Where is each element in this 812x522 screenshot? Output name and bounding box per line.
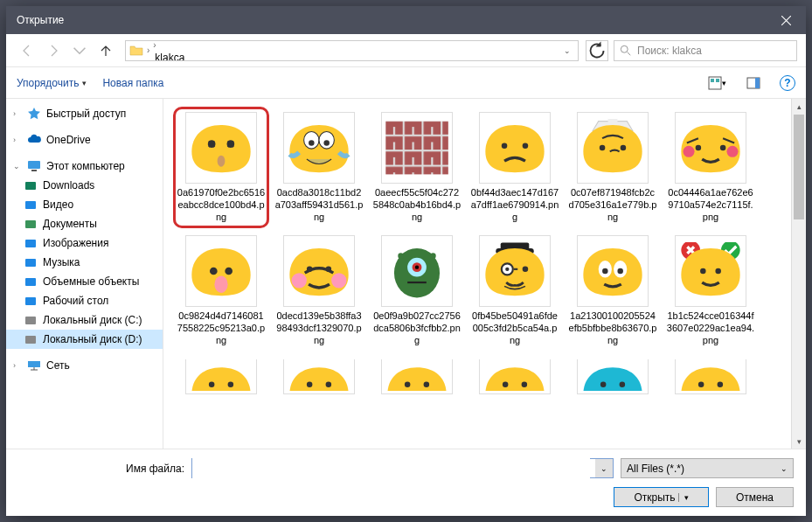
file-name: 0e0f9a9b027cc2756dca5806b3fcfbb2.png [372, 310, 462, 346]
filename-input[interactable] [192, 458, 590, 478]
up-button[interactable] [94, 39, 118, 62]
scroll-thumb[interactable] [794, 115, 804, 219]
sidebar-this-pc[interactable]: ⌄Этот компьютер [6, 157, 163, 176]
file-thumbnail [577, 112, 649, 184]
file-thumbnail [381, 359, 453, 394]
file-thumbnail [675, 235, 746, 307]
help-button[interactable]: ? [780, 75, 795, 91]
file-name: 0c04446a1ae762e69710a574e2c7115f.png [666, 187, 755, 223]
file-item[interactable]: 0decd139e5b38ffa398493dcf1329070.png [272, 231, 366, 351]
file-thumbnail [675, 359, 746, 394]
svg-point-38 [720, 145, 726, 151]
bottom-bar: Имя файла: ⌄ All Files (*.*)⌄ Открыть ▾ … [6, 449, 806, 516]
sidebar-quick-access[interactable]: ›Быстрый доступ [6, 104, 163, 123]
svg-point-0 [621, 45, 628, 52]
file-item[interactable]: 0aeecf55c5f04c2725848c0ab4b16bd4.png [370, 108, 464, 227]
svg-point-37 [696, 145, 702, 151]
svg-rect-9 [25, 201, 36, 209]
forward-button[interactable] [41, 39, 66, 62]
cancel-button[interactable]: Отмена [716, 487, 794, 507]
file-item[interactable]: 0a61970f0e2bc6516eabcc8dce100bd4.png [174, 108, 268, 227]
file-item[interactable] [566, 355, 660, 402]
sidebar-item[interactable]: Рабочий стол [6, 291, 163, 310]
file-item[interactable]: 0c9824d4d71460817558225c95213a0.png [174, 231, 268, 351]
sidebar-item[interactable]: Downloads [6, 176, 163, 195]
view-options-button[interactable]: ▾ [706, 73, 727, 94]
breadcrumb-item[interactable]: klakca [153, 51, 256, 61]
sidebar-item[interactable]: Документы [6, 214, 163, 233]
open-file-dialog: Открытие › Локальный диск (D:)›Downloads… [6, 6, 806, 516]
cloud-icon [27, 133, 41, 147]
sidebar-item[interactable]: Изображения [6, 233, 163, 253]
organize-menu[interactable]: Упорядочить▾ [17, 77, 87, 89]
svg-point-42 [225, 268, 232, 275]
open-button[interactable]: Открыть ▾ [614, 487, 708, 507]
address-dropdown[interactable]: ⌄ [560, 46, 574, 55]
file-type-filter[interactable]: All Files (*.*)⌄ [621, 458, 794, 478]
folder-icon [24, 218, 37, 230]
file-name: 0decd139e5b38ffa398493dcf1329070.png [274, 310, 364, 346]
scroll-down-button[interactable]: ▾ [792, 434, 806, 449]
file-item[interactable]: 0fb45be50491a6fde005c3fd2b5ca54a.png [468, 231, 562, 351]
file-item[interactable]: 1a21300100205524efb5bfbbe8b63670.png [566, 231, 660, 351]
svg-point-77 [698, 382, 704, 388]
file-item[interactable] [174, 355, 268, 402]
svg-point-62 [617, 268, 623, 275]
recent-dropdown[interactable] [67, 39, 92, 62]
file-thumbnail [675, 112, 746, 184]
file-item[interactable]: 0c04446a1ae762e69710a574e2c7115f.png [663, 108, 758, 227]
file-item[interactable]: 0acd8a3018c11bd2a703aff59431d561.png [272, 108, 366, 227]
sidebar-network[interactable]: ›Сеть [6, 356, 163, 375]
sidebar-item[interactable]: Видео [6, 195, 163, 214]
svg-point-44 [307, 267, 313, 273]
search-placeholder: Поиск: klakca [637, 45, 702, 57]
file-grid[interactable]: 0a61970f0e2bc6516eabcc8dce100bd4.png0acd… [163, 99, 791, 449]
svg-point-66 [715, 268, 721, 275]
file-item[interactable]: 0e0f9a9b027cc2756dca5806b3fcfbb2.png [370, 231, 464, 351]
sidebar-onedrive[interactable]: ›OneDrive [6, 130, 163, 150]
file-item[interactable]: 1b1c524cce016344f3607e0229ac1ea94.png [663, 231, 758, 351]
svg-point-43 [214, 276, 227, 294]
svg-point-45 [326, 267, 332, 273]
file-thumbnail [185, 359, 257, 394]
file-item[interactable] [272, 355, 366, 402]
svg-point-60 [602, 268, 608, 275]
file-name: 1b1c524cce016344f3607e0229ac1ea94.png [666, 310, 755, 346]
svg-point-36 [621, 145, 627, 151]
toolbar: Упорядочить▾ Новая папка ▾ ? [6, 67, 806, 99]
svg-rect-6 [28, 161, 40, 169]
close-button[interactable] [766, 6, 806, 34]
file-item[interactable] [663, 355, 758, 402]
file-item[interactable]: 0c07ef871948fcb2cd705e316a1e779b.png [566, 108, 660, 227]
network-icon [27, 358, 41, 372]
sidebar-item[interactable]: Музыка [6, 253, 163, 272]
new-folder-button[interactable]: Новая папка [102, 77, 163, 89]
folder-icon [24, 333, 37, 345]
filename-history-dropdown[interactable]: ⌄ [595, 459, 613, 477]
refresh-button[interactable] [586, 40, 608, 61]
file-thumbnail [479, 112, 551, 184]
arrow-right-icon [46, 44, 60, 58]
svg-point-32 [502, 143, 508, 150]
svg-rect-16 [25, 336, 36, 344]
sidebar-item[interactable]: Локальный диск (C:) [6, 310, 163, 330]
search-input[interactable]: Поиск: klakca [614, 40, 797, 61]
svg-point-39 [684, 146, 695, 157]
sidebar-item[interactable]: Локальный диск (D:) [6, 330, 163, 349]
preview-pane-button[interactable] [743, 73, 764, 94]
file-name: 0fb45be50491a6fde005c3fd2b5ca54a.png [470, 310, 559, 346]
svg-point-58 [523, 267, 529, 273]
filename-label: Имя файла: [18, 463, 184, 475]
file-item[interactable] [468, 355, 562, 402]
scroll-up-button[interactable]: ▴ [792, 99, 806, 114]
file-name: 0c9824d4d71460817558225c95213a0.png [177, 310, 266, 346]
sidebar-item[interactable]: Объемные объекты [6, 272, 163, 291]
back-button[interactable] [15, 39, 39, 62]
file-item[interactable] [370, 355, 464, 402]
scrollbar-vertical[interactable]: ▴ ▾ [791, 99, 806, 449]
file-thumbnail [381, 235, 453, 307]
file-item[interactable]: 0bf44d3aec147d167a7dff1ae6790914.png [468, 108, 562, 227]
address-bar[interactable]: › Локальный диск (D:)›Downloads›klakca›k… [125, 40, 579, 61]
file-name: 0aeecf55c5f04c2725848c0ab4b16bd4.png [372, 187, 462, 223]
svg-point-33 [523, 143, 529, 150]
